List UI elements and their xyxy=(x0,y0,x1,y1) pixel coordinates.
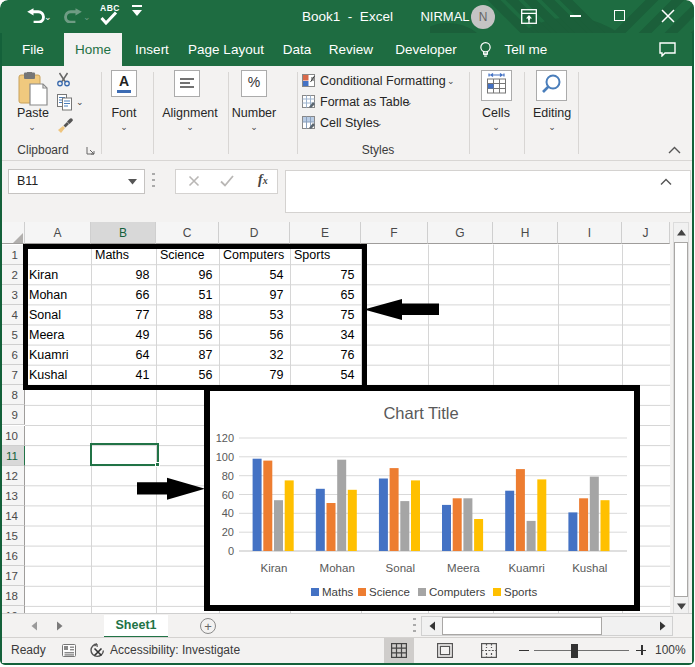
svg-text:Computers: Computers xyxy=(429,586,485,598)
svg-text:Kushal: Kushal xyxy=(572,562,607,574)
svg-text:Kiran: Kiran xyxy=(261,562,288,574)
svg-text:Kuamri: Kuamri xyxy=(508,562,544,574)
svg-text:100: 100 xyxy=(216,451,234,463)
svg-text:Sonal: Sonal xyxy=(386,562,415,574)
svg-text:Science: Science xyxy=(369,586,410,598)
svg-text:Sports: Sports xyxy=(504,586,537,598)
svg-text:40: 40 xyxy=(222,507,234,519)
svg-text:Chart Title: Chart Title xyxy=(383,404,458,422)
svg-text:Mohan: Mohan xyxy=(320,562,355,574)
svg-text:20: 20 xyxy=(222,526,234,538)
svg-text:Maths: Maths xyxy=(322,586,354,598)
svg-text:0: 0 xyxy=(228,545,234,557)
svg-text:60: 60 xyxy=(222,489,234,501)
svg-text:80: 80 xyxy=(222,470,234,482)
svg-text:120: 120 xyxy=(216,432,234,444)
svg-text:Meera: Meera xyxy=(447,562,480,574)
